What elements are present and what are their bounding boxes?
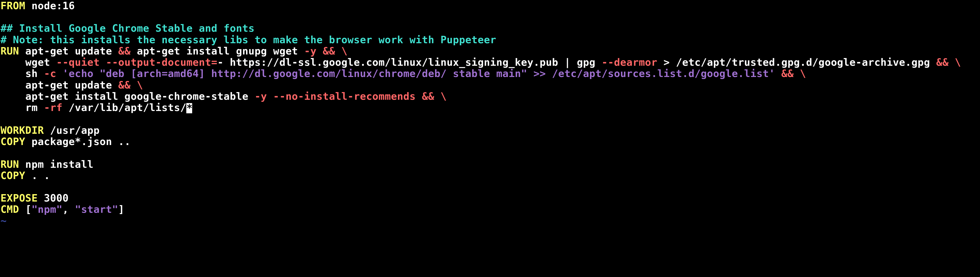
comment-line: ## Install Google Chrome Stable and font… [0,22,255,34]
operator: && [422,90,434,102]
keyword-copy: COPY [0,170,25,181]
line-run-apt: RUN apt-get update && apt-get install gn… [0,45,348,57]
flag: --dearmor [601,56,657,68]
text: , [62,203,75,215]
line-sh: sh -c 'echo "deb [arch=amd64] http://dl.… [0,67,806,79]
dockerfile-code-block: FROM node:16 ## Install Google Chrome St… [0,0,980,226]
string-literal: "npm" [32,203,62,215]
text: package*.json .. [25,136,130,147]
text: apt-get update [19,45,118,57]
text [416,90,422,102]
text [335,45,341,57]
line-continuation: \ [800,67,806,79]
operator: && [781,67,794,79]
line-copy: COPY package*.json .. [0,136,130,147]
text: 3000 [38,192,68,204]
keyword-run: RUN [0,159,19,170]
line-apt-update: apt-get update && \ [0,79,143,91]
line-run-npm: RUN npm install [0,159,94,170]
vim-tilde: ~ [0,215,6,227]
line-continuation: \ [341,45,347,57]
indent [0,79,25,91]
cursor-block: * [186,103,192,113]
text [794,67,800,79]
line-cmd: CMD ["npm", "start"] [0,203,124,215]
text: apt-get install gnupg wget [130,45,304,57]
text: ] [118,203,124,215]
line-apt-install-chrome: apt-get install google-chrome-stable -y … [0,90,447,102]
flag: -y [304,45,317,57]
line-continuation: \ [441,90,447,102]
text [19,203,25,215]
indent [0,56,25,68]
text: > /etc/apt/trusted.gpg.d/google-archive.… [657,56,936,68]
text: rm [25,101,44,113]
text [56,67,62,79]
operator: && [118,45,130,57]
keyword-copy: COPY [0,136,25,147]
text [775,67,781,79]
text: . . [25,170,50,181]
line-rm: rm -rf /var/lib/apt/lists/* [0,101,192,113]
keyword-expose: EXPOSE [0,192,38,204]
text: [ [25,203,32,215]
text [948,56,955,68]
text [434,90,441,102]
text [317,45,323,57]
text: /var/lib/apt/lists/ [62,101,186,113]
text [130,79,137,91]
flag: --quiet --output-document= [56,56,218,68]
text: /usr/app [44,124,100,136]
line-from: FROM node:16 [0,0,75,11]
keyword-run: RUN [0,45,19,57]
line-wget: wget --quiet --output-document=- https:/… [0,56,961,68]
indent [0,67,25,79]
indent [0,101,25,113]
flag: -rf [44,101,62,113]
line-continuation: \ [137,79,143,91]
operator: && [323,45,335,57]
string-literal: 'echo "deb [arch=amd64] http://dl.google… [62,67,775,79]
indent [0,90,25,102]
text: node:16 [25,0,75,11]
text: sh [25,67,44,79]
flag: -y --no-install-recommends [255,90,416,102]
operator: && [118,79,130,91]
line-expose: EXPOSE 3000 [0,192,68,204]
line-workdir: WORKDIR /usr/app [0,124,100,136]
text: - https://dl-ssl.google.com/linux/linux_… [218,56,601,68]
line-continuation: \ [955,56,961,68]
line-copy: COPY . . [0,170,50,181]
comment-line: # Note: this installs the necessary libs… [0,34,496,45]
flag: -c [44,67,56,79]
string-literal: "start" [75,203,118,215]
text: apt-get install google-chrome-stable [25,90,255,102]
keyword-from: FROM [0,0,25,11]
text: apt-get update [25,79,118,91]
keyword-workdir: WORKDIR [0,124,44,136]
text: wget [25,56,56,68]
text: npm install [19,159,94,170]
keyword-cmd: CMD [0,203,19,215]
operator: && [936,56,948,68]
